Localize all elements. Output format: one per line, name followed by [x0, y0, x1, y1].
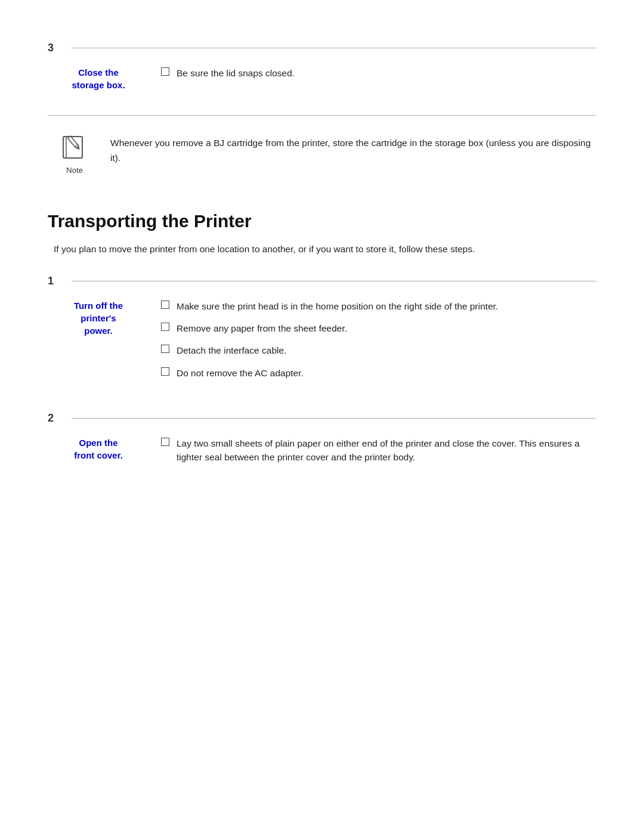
step1-item-text-3: Detach the interface cable. — [177, 343, 286, 357]
checkbox-step1-4 — [161, 367, 169, 376]
checkbox-1 — [161, 67, 169, 76]
step3-items: Be sure the lid snaps closed. — [155, 66, 596, 91]
note-label-text: Note — [66, 166, 82, 175]
step2-item-text-1: Lay two small sheets of plain paper on e… — [177, 436, 596, 465]
step1-item-3: Detach the interface cable. — [161, 343, 596, 357]
step2-label: Open the front cover. — [54, 436, 155, 473]
checkbox-step1-1 — [161, 301, 169, 309]
step3-line — [72, 48, 596, 48]
step2-number: 2 — [48, 412, 66, 425]
svg-line-4 — [75, 144, 78, 147]
step1-line — [72, 281, 596, 281]
checkbox-step1-2 — [161, 323, 169, 331]
step2-content: Open the front cover. Lay two small shee… — [48, 436, 596, 473]
step3-content: Close the storage box. Be sure the lid s… — [48, 66, 596, 91]
step3-header: 3 — [48, 42, 596, 54]
note-pencil-icon: Note — [54, 134, 95, 175]
step3-item-text-1: Be sure the lid snaps closed. — [177, 66, 295, 80]
note-icon-container: Note — [54, 134, 95, 175]
step1-number: 1 — [48, 275, 66, 287]
svg-marker-3 — [76, 146, 80, 151]
section-title: Transporting the Printer — [48, 211, 596, 231]
step1-items: Make sure the print head is in the home … — [155, 299, 596, 388]
step1-item-text-1: Make sure the print head is in the home … — [177, 299, 498, 313]
step1-item-2: Remove any paper from the sheet feeder. — [161, 321, 596, 335]
step3-item-1: Be sure the lid snaps closed. — [161, 66, 596, 80]
step3-number: 3 — [48, 42, 66, 54]
step1-content: Turn off the printer's power. Make sure … — [48, 299, 596, 388]
step1-item-text-4: Do not remove the AC adapter. — [177, 366, 304, 380]
step1-header: 1 — [48, 275, 596, 287]
step3-label: Close the storage box. — [54, 66, 155, 91]
step2-line — [72, 418, 596, 419]
checkbox-step1-3 — [161, 345, 169, 353]
note-text-content: Whenever you remove a BJ cartridge from … — [110, 134, 596, 166]
pencil-svg — [58, 134, 91, 163]
step2-item-1: Lay two small sheets of plain paper on e… — [161, 436, 596, 465]
svg-rect-2 — [67, 136, 79, 148]
step1-label: Turn off the printer's power. — [54, 299, 155, 388]
step1-item-1: Make sure the print head is in the home … — [161, 299, 596, 313]
step1-item-text-2: Remove any paper from the sheet feeder. — [177, 321, 347, 335]
intro-text: If you plan to move the printer from one… — [48, 242, 596, 257]
checkbox-step2-1 — [161, 438, 169, 446]
step2-items: Lay two small sheets of plain paper on e… — [155, 436, 596, 473]
note-box: Note Whenever you remove a BJ cartridge … — [54, 134, 596, 187]
step2-header: 2 — [48, 412, 596, 425]
step1-item-4: Do not remove the AC adapter. — [161, 366, 596, 380]
divider-1 — [48, 115, 596, 116]
